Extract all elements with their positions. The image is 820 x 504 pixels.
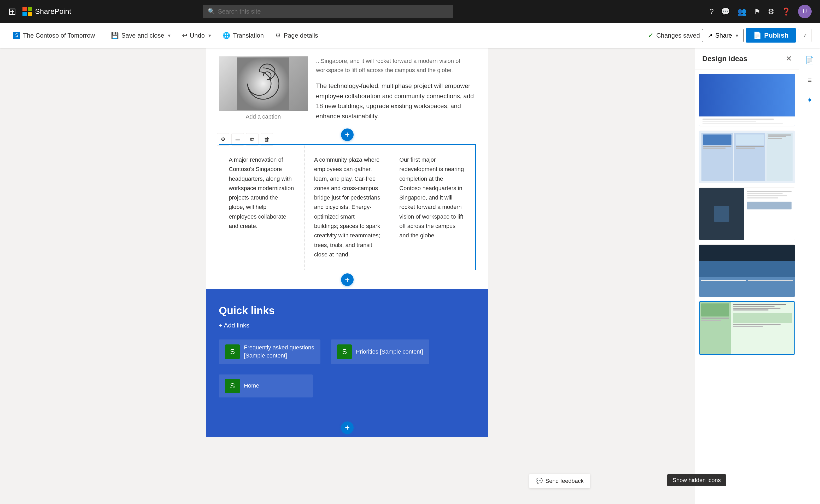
main-container: Add a caption ...Singapore, and it will … xyxy=(0,48,820,504)
design-ideas-panel: Design ideas ✕ xyxy=(695,48,799,504)
spiral-svg xyxy=(237,57,289,110)
settings-icon[interactable]: ⚙ xyxy=(768,7,774,16)
collapse-button[interactable]: ⤢ xyxy=(798,29,812,42)
design-idea-card-4[interactable] xyxy=(699,244,795,297)
avatar[interactable]: U xyxy=(798,5,812,18)
changes-saved-indicator: ✓ Changes saved xyxy=(648,31,700,39)
intro-text-main[interactable]: The technology-fueled, multiphase projec… xyxy=(316,81,476,121)
di-card-2-preview xyxy=(699,131,795,183)
question-icon[interactable]: ❓ xyxy=(782,7,791,16)
move-section-button[interactable]: ✥ xyxy=(217,133,229,146)
col-1-text: A major renovation of Contoso's Singapor… xyxy=(229,155,295,231)
three-col-wrapper: ✥ ⚌ ⧉ 🗑 A major renovation of Contoso's … xyxy=(213,144,482,270)
faq-icon: S xyxy=(225,344,240,359)
app-name: SharePoint xyxy=(35,7,71,16)
design-ideas-title: Design ideas xyxy=(702,55,747,63)
save-icon: 💾 xyxy=(111,32,119,39)
column-2[interactable]: A community plaza where employees can ga… xyxy=(305,145,390,270)
design-ideas-header: Design ideas ✕ xyxy=(695,48,799,69)
sidebar-page-icon[interactable]: 📄 xyxy=(803,53,817,67)
flag-icon[interactable]: ⚑ xyxy=(754,7,760,16)
quick-links-title: Quick links xyxy=(219,305,476,317)
search-input[interactable] xyxy=(218,8,448,15)
column-3[interactable]: Our first major redevelopment is nearing… xyxy=(390,145,475,270)
add-links-button[interactable]: + Add links xyxy=(219,322,476,329)
help-icon[interactable]: ? xyxy=(710,7,714,16)
people-icon[interactable]: 👥 xyxy=(737,7,747,16)
priorities-label: Priorities [Sample content] xyxy=(356,348,423,356)
image-text-section: Add a caption ...Singapore, and it will … xyxy=(206,48,488,125)
site-icon: S xyxy=(13,32,20,39)
intro-text-truncated: ...Singapore, and it will rocket forward… xyxy=(316,56,476,75)
publish-button[interactable]: 📄 Publish xyxy=(746,28,796,43)
quick-links-section: Quick links + Add links S Frequently ask… xyxy=(206,289,488,418)
publish-icon: 📄 xyxy=(753,31,762,39)
share-icon: ↗ xyxy=(707,32,713,39)
priorities-icon: S xyxy=(337,344,352,359)
undo-dropdown-chevron[interactable]: ▾ xyxy=(208,32,211,39)
image-caption[interactable]: Add a caption xyxy=(219,111,308,120)
edit-toolbar: S The Contoso of Tomorrow 💾 Save and clo… xyxy=(0,23,820,48)
column-1[interactable]: A major renovation of Contoso's Singapor… xyxy=(219,145,305,270)
settings-section-button[interactable]: ⚌ xyxy=(231,133,244,146)
add-section-button-bottom[interactable]: + xyxy=(206,418,488,437)
search-bar[interactable]: 🔍 xyxy=(203,5,453,18)
home-label: Home xyxy=(244,382,259,390)
di-card-4-preview xyxy=(699,245,795,297)
design-ideas-content[interactable] xyxy=(695,69,799,504)
quick-link-home[interactable]: S Home xyxy=(219,374,313,397)
home-icon: S xyxy=(225,379,240,393)
three-cols-grid: A major renovation of Contoso's Singapor… xyxy=(219,145,475,270)
right-sidebar: 📄 ≡ ✦ xyxy=(799,48,820,504)
three-col-section: A major renovation of Contoso's Singapor… xyxy=(219,144,476,270)
di-card-3-preview xyxy=(699,188,795,240)
send-feedback-label: Send feedback xyxy=(545,478,584,484)
di-card-1-preview xyxy=(699,74,795,126)
sidebar-sparkle-icon[interactable]: ✦ xyxy=(804,93,815,107)
page-content: Add a caption ...Singapore, and it will … xyxy=(206,48,488,437)
microsoft-logo: SharePoint xyxy=(22,7,71,16)
apps-icon[interactable]: ⊞ xyxy=(8,6,16,17)
translation-icon: 🌐 xyxy=(222,32,230,39)
save-and-close-button[interactable]: 💾 Save and close ▾ xyxy=(106,29,175,42)
design-idea-card-2[interactable] xyxy=(699,131,795,183)
page-editor[interactable]: Add a caption ...Singapore, and it will … xyxy=(0,48,695,504)
collapse-icon: ⤢ xyxy=(803,33,807,38)
top-navigation: ⊞ SharePoint 🔍 ? 💬 👥 ⚑ ⚙ ❓ U xyxy=(0,0,820,23)
design-idea-card-3[interactable] xyxy=(699,187,795,240)
faq-label: Frequently asked questions[Sample conten… xyxy=(244,344,314,360)
col-3-text: Our first major redevelopment is nearing… xyxy=(399,155,466,241)
add-circle-icon: + xyxy=(341,128,354,141)
copy-section-button[interactable]: ⧉ xyxy=(246,133,259,146)
col-2-text: A community plaza where employees can ga… xyxy=(314,155,380,259)
site-label[interactable]: S The Contoso of Tomorrow xyxy=(8,29,100,42)
add-circle-icon-middle: + xyxy=(341,273,354,286)
sidebar-filter-icon[interactable]: ≡ xyxy=(805,73,814,87)
design-idea-card-1[interactable] xyxy=(699,74,795,126)
save-dropdown-chevron[interactable]: ▾ xyxy=(168,32,171,39)
quick-link-faq[interactable]: S Frequently asked questions[Sample cont… xyxy=(219,339,320,364)
feedback-icon: 💬 xyxy=(536,478,543,484)
send-feedback-button[interactable]: 💬 Send feedback xyxy=(529,474,590,488)
translation-button[interactable]: 🌐 Translation xyxy=(218,29,268,42)
add-circle-icon-bottom: + xyxy=(341,421,354,434)
show-hidden-icons-tooltip: Show hidden icons xyxy=(667,474,726,486)
add-section-button-middle[interactable]: + xyxy=(206,270,488,289)
quick-link-priorities[interactable]: S Priorities [Sample content] xyxy=(331,339,429,364)
chat-icon[interactable]: 💬 xyxy=(721,7,730,16)
undo-button[interactable]: ↩ Undo ▾ xyxy=(177,29,216,42)
page-details-icon: ⚙ xyxy=(275,32,281,39)
undo-icon: ↩ xyxy=(182,32,187,39)
design-idea-card-5[interactable] xyxy=(699,301,795,355)
image-container: Add a caption xyxy=(219,56,308,121)
share-button[interactable]: ↗ Share ▾ xyxy=(702,29,744,42)
quick-links-grid: S Frequently asked questions[Sample cont… xyxy=(219,339,476,397)
delete-section-button[interactable]: 🗑 xyxy=(261,133,273,146)
checkmark-icon: ✓ xyxy=(648,31,654,39)
design-ideas-close-button[interactable]: ✕ xyxy=(786,54,792,63)
page-details-button[interactable]: ⚙ Page details xyxy=(271,29,323,42)
search-icon: 🔍 xyxy=(208,8,215,15)
article-image xyxy=(219,56,308,111)
site-name-label: The Contoso of Tomorrow xyxy=(23,32,95,39)
share-dropdown-chevron[interactable]: ▾ xyxy=(736,32,738,39)
